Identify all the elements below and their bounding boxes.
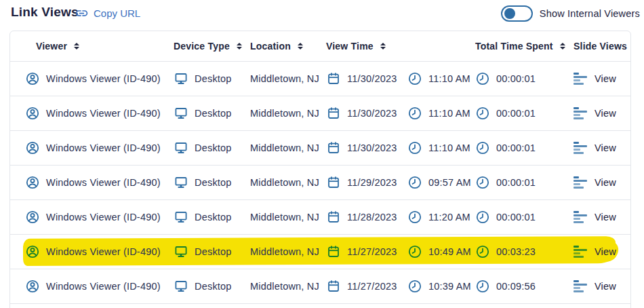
user-circle-icon xyxy=(25,244,40,259)
slide-views-cell: View xyxy=(573,211,630,223)
device-cell: Desktop xyxy=(174,175,250,190)
slide-views-cell: View xyxy=(573,176,630,189)
total-time-spent: 00:00:01 xyxy=(496,212,536,223)
total-time-cell: 00:00:01 xyxy=(475,210,573,225)
table-row[interactable]: Windows Viewer (ID-490) Desktop Middleto… xyxy=(10,235,630,269)
viewer-name: Windows Viewer (ID-490) xyxy=(46,246,161,257)
sort-icon[interactable] xyxy=(237,43,242,50)
table-row[interactable]: Windows Viewer (ID-490) Desktop Middleto… xyxy=(10,200,630,235)
location-cell: Middletown, NJ xyxy=(250,177,326,188)
location-cell: Middletown, NJ xyxy=(250,142,326,153)
view-time: 11:10 AM xyxy=(428,142,470,153)
view-date: 11/27/2023 xyxy=(347,281,397,292)
view-link[interactable]: View xyxy=(595,73,616,84)
location-text: Middletown, NJ xyxy=(250,177,319,188)
location-text: Middletown, NJ xyxy=(250,281,319,292)
toggle-knob xyxy=(504,8,515,19)
view-link[interactable]: View xyxy=(595,142,616,153)
view-date: 11/27/2023 xyxy=(347,246,397,257)
view-time-cell: 11/30/2023 11:10 AM xyxy=(326,71,475,86)
bar-chart-icon xyxy=(573,107,588,119)
show-internal-viewers-toggle[interactable] xyxy=(501,5,533,22)
device-type: Desktop xyxy=(195,281,232,292)
user-circle-icon xyxy=(25,175,40,190)
calendar-icon xyxy=(326,106,341,121)
view-link[interactable]: View xyxy=(595,177,616,188)
view-link[interactable]: View xyxy=(595,212,616,223)
column-header-view-time: View Time xyxy=(326,41,475,52)
viewer-name: Windows Viewer (ID-490) xyxy=(46,142,161,153)
location-text: Middletown, NJ xyxy=(250,73,319,84)
view-time: 11:20 AM xyxy=(428,212,470,223)
top-bar: Link Views Copy URL Show Internal Viewer… xyxy=(0,0,644,31)
table-row[interactable]: Windows Viewer (ID-490) Desktop Middleto… xyxy=(10,269,630,304)
viewer-cell: Windows Viewer (ID-490) xyxy=(25,140,174,155)
location-cell: Middletown, NJ xyxy=(250,108,326,119)
link-views-table: Viewer Device Type Location View Time To… xyxy=(9,31,631,308)
slide-views-cell: View xyxy=(573,246,630,258)
view-link[interactable]: View xyxy=(595,108,616,119)
total-time-cell: 00:03:23 xyxy=(475,244,573,259)
viewer-name: Windows Viewer (ID-490) xyxy=(46,108,161,119)
copy-url-button[interactable]: Copy URL xyxy=(75,6,140,20)
copy-url-label: Copy URL xyxy=(94,7,140,19)
view-time-cell: 11/27/2023 10:39 AM xyxy=(326,279,475,294)
desktop-icon xyxy=(174,140,188,155)
viewer-cell: Windows Viewer (ID-490) xyxy=(25,106,174,121)
viewer-name: Windows Viewer (ID-490) xyxy=(46,73,161,84)
location-text: Middletown, NJ xyxy=(250,108,319,119)
table-row[interactable]: Windows Viewer (ID-490) Desktop Middleto… xyxy=(10,166,630,200)
column-label: View Time xyxy=(326,41,374,52)
clock-icon xyxy=(407,71,422,86)
sort-icon[interactable] xyxy=(298,43,303,50)
sort-icon[interactable] xyxy=(74,43,79,50)
sort-icon[interactable] xyxy=(560,43,565,50)
view-link[interactable]: View xyxy=(595,246,616,257)
clock-icon xyxy=(475,140,490,155)
bar-chart-icon xyxy=(573,176,588,189)
table-row[interactable]: Windows Viewer (ID-490) Desktop Middleto… xyxy=(10,96,630,131)
view-time-cell: 11/29/2023 09:57 AM xyxy=(326,175,475,190)
view-time: 11:10 AM xyxy=(428,108,470,119)
sort-icon[interactable] xyxy=(380,43,386,50)
desktop-icon xyxy=(174,210,188,225)
link-icon xyxy=(75,6,89,20)
device-cell: Desktop xyxy=(174,210,250,225)
location-cell: Middletown, NJ xyxy=(250,73,326,84)
desktop-icon xyxy=(174,244,188,259)
view-time: 10:49 AM xyxy=(428,246,471,257)
view-time-cell: 11/28/2023 11:20 AM xyxy=(326,210,475,225)
clock-icon xyxy=(475,175,490,190)
viewer-cell: Windows Viewer (ID-490) xyxy=(25,210,174,225)
device-type: Desktop xyxy=(195,246,232,257)
desktop-icon xyxy=(174,106,188,121)
column-header-viewer: Viewer xyxy=(25,41,174,52)
calendar-icon xyxy=(326,175,341,190)
viewer-cell: Windows Viewer (ID-490) xyxy=(25,279,174,294)
device-cell: Desktop xyxy=(174,140,250,155)
user-circle-icon xyxy=(25,140,40,155)
viewer-cell: Windows Viewer (ID-490) xyxy=(25,175,174,190)
toggle-label: Show Internal Viewers xyxy=(540,8,640,19)
location-cell: Middletown, NJ xyxy=(250,281,326,292)
slide-views-cell: View xyxy=(573,280,630,292)
view-date: 11/30/2023 xyxy=(347,142,397,153)
total-time-spent: 00:03:23 xyxy=(496,246,536,257)
view-date: 11/28/2023 xyxy=(347,212,397,223)
clock-icon xyxy=(407,210,422,225)
link-views-page: Link Views Copy URL Show Internal Viewer… xyxy=(0,0,644,308)
user-circle-icon xyxy=(25,210,40,225)
column-header-total-time-spent: Total Time Spent xyxy=(475,41,573,52)
view-link[interactable]: View xyxy=(595,281,616,292)
page-title: Link Views xyxy=(11,5,79,20)
viewer-name: Windows Viewer (ID-490) xyxy=(46,177,161,188)
bar-chart-icon xyxy=(573,211,588,223)
total-time-cell: 00:00:01 xyxy=(475,175,573,190)
slide-views-cell: View xyxy=(573,73,630,85)
table-row[interactable]: Windows Viewer (ID-490) Desktop Middleto… xyxy=(10,62,630,96)
device-type: Desktop xyxy=(195,108,232,119)
device-type: Desktop xyxy=(195,73,232,84)
device-type: Desktop xyxy=(195,212,232,223)
total-time-spent: 00:00:01 xyxy=(496,177,536,188)
table-row[interactable]: Windows Viewer (ID-490) Desktop Middleto… xyxy=(10,131,630,166)
